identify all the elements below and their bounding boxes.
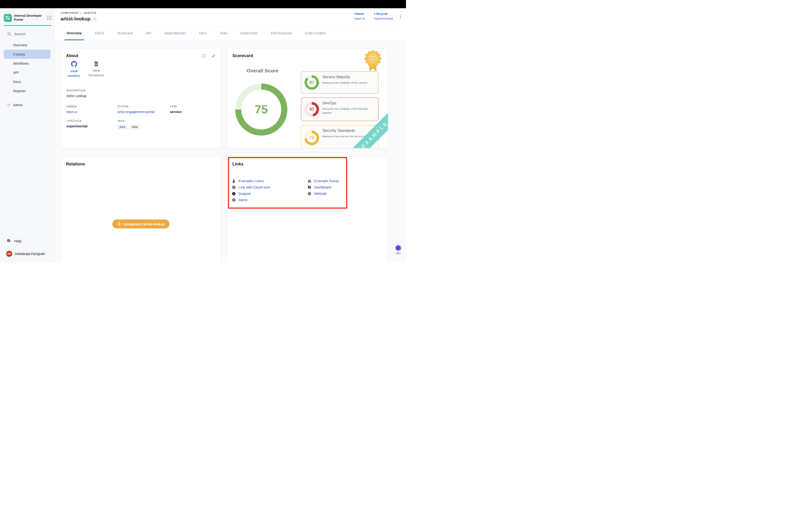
tag-chip[interactable]: java — [117, 124, 127, 130]
about-description-field: DESCRIPTION Artist Lookup — [66, 89, 87, 98]
metric-gauge: 87 — [305, 75, 319, 90]
svg-text:?: ? — [233, 193, 234, 195]
owner-link[interactable]: team-a — [66, 110, 77, 114]
tag-chip[interactable]: data — [129, 124, 140, 130]
tab-cicd[interactable]: CI/CD — [88, 26, 111, 40]
link-examples-users[interactable]: Examples Users — [232, 178, 308, 184]
tab-dependencies[interactable]: Dependencies — [158, 26, 193, 40]
metric-gauge: 74 — [305, 131, 319, 145]
tab-kubernetes[interactable]: Kubernetes — [234, 26, 264, 40]
view-source-button[interactable]: VIEW SOURCE — [66, 61, 81, 78]
overall-score-gauge: 75 — [235, 84, 287, 136]
links-card: Links Examples Users Link with Cloud Ico… — [227, 157, 388, 262]
about-lifecycle-field: LIFECYCLE experimental — [66, 119, 88, 128]
link-dashboard[interactable]: Dashboard — [308, 184, 383, 190]
user-name: Debabrata Panigrahi — [15, 252, 45, 256]
entity-tabs: Overview CI/CD Scorecard API Dependencie… — [55, 26, 406, 41]
gear-icon — [6, 103, 11, 107]
sidebar-search[interactable]: Search — [7, 32, 26, 36]
edit-pencil-icon[interactable] — [212, 54, 216, 58]
link-example-group[interactable]: Example Group — [308, 178, 383, 184]
portal-title: Internal Developer Portal — [14, 14, 45, 22]
tab-overview[interactable]: Overview — [60, 26, 88, 40]
globe-icon — [232, 185, 236, 189]
page-title: artist-lookup — [61, 16, 90, 21]
overview-content: About VIEW SOURCE — [55, 41, 406, 262]
relation-node-chip[interactable]: component:artist-lookup — [112, 220, 170, 228]
metric-card-devops[interactable]: 47 DevOps Measures the reliability of th… — [301, 97, 379, 121]
sidebar-item-register[interactable]: Register — [4, 86, 50, 95]
main-area: COMPONENT — SERVICE artist-lookup Owner … — [55, 8, 406, 262]
favorite-star-icon[interactable] — [93, 17, 97, 21]
sidebar-search-label: Search — [14, 32, 26, 36]
sidebar-item-overview[interactable]: Overview — [4, 41, 50, 49]
header-lifecycle[interactable]: Lifecycle experimental — [374, 12, 393, 20]
apps-grid-icon[interactable] — [47, 16, 51, 20]
aida-assistant-button[interactable]: AIDA — [393, 244, 404, 255]
component-chip-icon — [117, 222, 121, 226]
about-title: About — [66, 53, 78, 58]
relations-title: Relations — [66, 162, 85, 167]
entity-header: COMPONENT — SERVICE artist-lookup Owner … — [55, 8, 406, 26]
top-black-bar — [0, 0, 406, 8]
more-options-icon[interactable] — [399, 13, 402, 19]
link-website[interactable]: Website — [308, 190, 383, 197]
user-icon — [232, 179, 236, 183]
scorecard-title: Scorecard — [232, 53, 253, 58]
sidebar-item-api[interactable]: API — [4, 68, 50, 77]
document-icon — [93, 61, 99, 67]
metric-card-service-maturity[interactable]: 87 Service Maturity Measures the reliabi… — [301, 72, 379, 93]
link-support[interactable]: ? Support — [232, 190, 308, 197]
links-title: Links — [232, 162, 243, 167]
overall-score-label: Overall Score — [230, 68, 295, 74]
tab-code-insights[interactable]: Code Insights — [298, 26, 332, 40]
tab-todo[interactable]: Todo — [213, 26, 234, 40]
github-icon — [71, 61, 77, 67]
tab-scorecard[interactable]: Scorecard — [111, 26, 139, 40]
portal-logo-icon — [4, 14, 12, 22]
about-card: About VIEW SOURCE — [61, 48, 221, 148]
about-system-field: SYSTEM artist-engagement-portal — [117, 105, 154, 114]
scorecard-card: Scorecard Overall Score 75 87 Service Ma… — [227, 48, 388, 148]
header-owner[interactable]: Owner team-a — [354, 12, 365, 20]
system-link[interactable]: artist-engagement-portal — [117, 110, 154, 114]
dashboard-icon — [308, 185, 311, 189]
aida-label: AIDA — [393, 252, 404, 255]
sidebar-item-help[interactable]: ? Help — [7, 239, 21, 243]
help-chat-icon: ? — [7, 239, 12, 243]
sidebar-nav: Overview Catalog Workflows API Docs Regi… — [4, 41, 50, 95]
sidebar-item-docs[interactable]: Docs — [4, 77, 50, 86]
tab-pull-requests[interactable]: Pull Requests — [264, 26, 298, 40]
brand-header: Internal Developer Portal — [4, 14, 51, 26]
globe-icon — [232, 198, 236, 202]
link-alerts[interactable]: Alerts — [232, 197, 308, 203]
refresh-icon[interactable] — [201, 54, 206, 58]
sidebar-item-workflows[interactable]: Workflows — [4, 59, 50, 68]
about-tags-field: TAGS java data — [117, 119, 140, 130]
about-owner-field: OWNER team-a — [66, 105, 77, 114]
aida-flower-icon — [395, 244, 402, 252]
sidebar-divider — [4, 238, 50, 238]
help-circle-icon: ? — [232, 192, 236, 196]
sidebar-item-admin[interactable]: Admin — [4, 100, 50, 109]
link-with-cloud-icon[interactable]: Link with Cloud Icon — [232, 184, 308, 190]
svg-text:?: ? — [8, 239, 9, 242]
overall-score-value: 75 — [255, 103, 268, 116]
group-icon — [308, 179, 311, 183]
gold-tier-label: Gold Tier — [368, 55, 378, 61]
user-avatar: DP — [6, 251, 12, 257]
user-menu[interactable]: DP Debabrata Panigrahi — [6, 251, 45, 257]
about-type-field: TYPE service — [170, 105, 182, 114]
search-icon — [7, 32, 11, 36]
tab-docs[interactable]: Docs — [193, 26, 214, 40]
globe-icon — [308, 192, 311, 196]
sidebar: Internal Developer Portal Search Overvie… — [0, 8, 55, 262]
metric-gauge: 47 — [305, 102, 319, 117]
view-techdocs-button[interactable]: VIEW TECHDOCS — [89, 61, 104, 78]
relations-card: Relations component:artist-lookup — [61, 157, 221, 262]
gold-tier-badge: Gold Tier — [364, 50, 381, 73]
breadcrumb: COMPONENT — SERVICE — [61, 12, 96, 14]
tab-api[interactable]: API — [139, 26, 158, 40]
sidebar-item-catalog[interactable]: Catalog — [4, 49, 50, 59]
